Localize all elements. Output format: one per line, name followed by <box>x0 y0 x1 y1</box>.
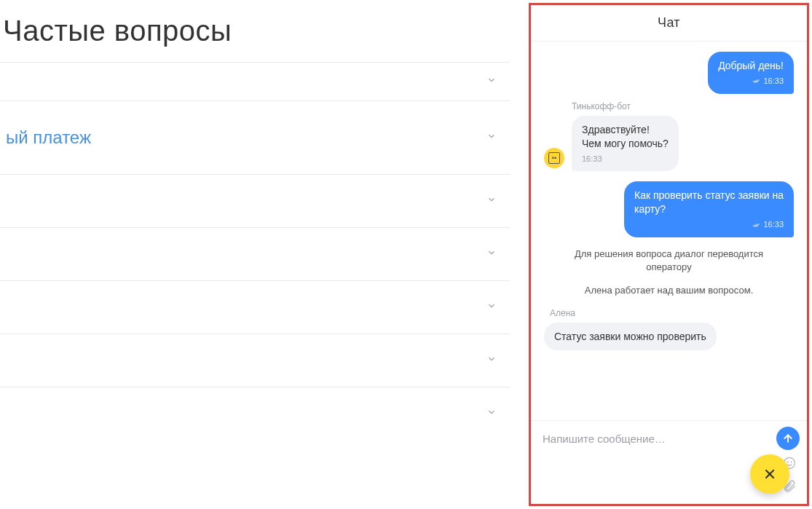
faq-list: ый платеж <box>0 62 510 440</box>
bot-face-icon: •• <box>548 152 560 164</box>
message-text: Как проверить статус заявки на <box>634 189 784 202</box>
message-meta: 16:33 <box>718 76 784 87</box>
sender-label: Тинькофф-бот <box>572 101 794 111</box>
system-message: Алена работает над вашим вопросом. <box>559 284 779 297</box>
close-icon <box>762 467 777 481</box>
chat-panel: Чат Добрый день! 16:33 Тинькофф-бот •• З… <box>529 3 809 506</box>
message-meta: 16:33 <box>582 154 669 165</box>
message-bubble: Как проверить статус заявки на карту? 16… <box>624 181 794 237</box>
svg-point-2 <box>787 462 788 462</box>
chevron-down-icon <box>486 407 497 420</box>
faq-item-label: ый платеж <box>6 127 91 147</box>
chevron-down-icon <box>486 354 497 367</box>
faq-item[interactable] <box>0 62 510 100</box>
read-checks-icon <box>751 221 761 229</box>
message-time: 16:33 <box>763 219 784 230</box>
chat-title: Чат <box>531 5 807 42</box>
chevron-down-icon <box>486 301 497 314</box>
bot-avatar: •• <box>544 148 564 168</box>
chat-message-outgoing: Как проверить статус заявки на карту? 16… <box>544 181 794 237</box>
system-message: Для решения вопроса диалог переводится о… <box>559 248 779 274</box>
message-text: Добрый день! <box>718 60 784 71</box>
message-text: карту? <box>634 202 784 216</box>
message-bubble: Статус заявки можно проверить <box>544 323 717 351</box>
faq-item[interactable] <box>0 227 510 280</box>
faq-item[interactable]: ый платеж <box>0 100 510 174</box>
message-text: Чем могу помочь? <box>582 137 669 151</box>
faq-item[interactable] <box>0 174 510 227</box>
faq-item[interactable] <box>0 280 510 334</box>
faq-item[interactable] <box>0 334 510 387</box>
arrow-up-icon <box>782 433 794 444</box>
chat-message-incoming: Статус заявки можно проверить <box>544 323 794 351</box>
close-chat-button[interactable] <box>750 454 789 494</box>
message-text: Здравствуйте! <box>582 123 669 137</box>
chevron-down-icon <box>486 194 497 208</box>
send-button[interactable] <box>776 427 800 450</box>
message-text: Статус заявки можно проверить <box>554 331 706 342</box>
chat-message-incoming: •• Здравствуйте! Чем могу помочь? 16:33 <box>544 116 794 172</box>
message-meta: 16:33 <box>634 219 784 230</box>
faq-item[interactable] <box>0 387 510 440</box>
svg-point-3 <box>791 462 792 462</box>
chevron-down-icon <box>486 248 497 261</box>
read-checks-icon <box>751 77 761 84</box>
chat-message-outgoing: Добрый день! 16:33 <box>544 52 794 94</box>
chevron-down-icon <box>486 131 497 144</box>
chat-input[interactable] <box>540 428 776 449</box>
chat-body: Добрый день! 16:33 Тинькофф-бот •• Здрав… <box>531 42 807 420</box>
chevron-down-icon <box>486 75 497 88</box>
sender-label: Алена <box>550 308 794 318</box>
message-time: 16:33 <box>582 154 602 165</box>
message-bubble: Здравствуйте! Чем могу помочь? 16:33 <box>572 116 679 172</box>
message-time: 16:33 <box>763 76 784 87</box>
message-bubble: Добрый день! 16:33 <box>708 52 794 94</box>
